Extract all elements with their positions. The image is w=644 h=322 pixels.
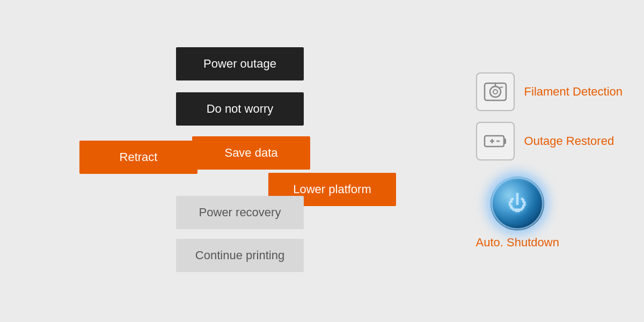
filament-detection-item: Filament Detection (476, 72, 623, 111)
outage-restored-item: Outage Restored (476, 122, 614, 160)
do-not-worry-box: Do not worry (176, 92, 304, 126)
power-recovery-label: Power recovery (199, 206, 281, 219)
auto-shutdown-label: Auto. Shutdown (476, 236, 559, 250)
power-recovery-box: Power recovery (176, 196, 304, 229)
svg-point-2 (493, 90, 497, 94)
features-section: Filament Detection Outage Restored ⏻ Aut… (476, 72, 623, 250)
battery-icon-box (476, 122, 515, 160)
power-outage-box: Power outage (176, 47, 304, 80)
power-icon: ⏻ (508, 194, 527, 213)
main-container: Power outage Do not worry Retract Save d… (0, 0, 644, 322)
flow-diagram: Power outage Do not worry Retract Save d… (0, 0, 419, 322)
save-data-label: Save data (224, 146, 277, 160)
retract-box: Retract (79, 141, 197, 174)
power-outage-label: Power outage (203, 57, 276, 71)
continue-printing-box: Continue printing (176, 239, 304, 272)
retract-label: Retract (120, 150, 158, 164)
battery-icon (482, 128, 508, 154)
outage-restored-label: Outage Restored (524, 134, 614, 148)
lower-platform-label: Lower platform (293, 182, 371, 196)
continue-printing-label: Continue printing (195, 248, 284, 262)
do-not-worry-label: Do not worry (207, 102, 274, 116)
save-data-box: Save data (192, 136, 310, 170)
filament-icon-box (476, 72, 515, 111)
filament-icon (482, 79, 508, 105)
filament-detection-label: Filament Detection (524, 85, 623, 99)
auto-shutdown-item: ⏻ Auto. Shutdown (476, 177, 559, 250)
power-button[interactable]: ⏻ (491, 177, 544, 230)
svg-rect-5 (504, 138, 506, 144)
